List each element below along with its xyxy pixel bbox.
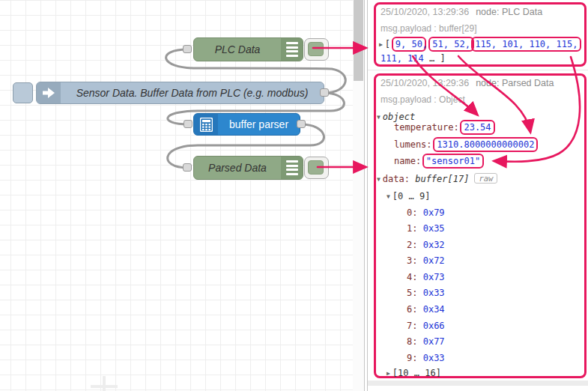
lumens-row: lumens: 1310.8000000000002 [394, 139, 534, 150]
byte-row: 7: 0x66 [407, 321, 445, 331]
byte-row: 5: 0x33 [407, 288, 445, 298]
plc-debug-toggle-knob [308, 42, 324, 56]
expand-caret-icon[interactable]: ▶ [387, 370, 390, 377]
node-buffer-parser[interactable]: buffer parser [193, 113, 300, 136]
parsed-debug-toggle-knob [308, 160, 324, 175]
hl-lumens-value: 1310.8000000000002 [433, 137, 538, 152]
msg1-source-node-link[interactable]: node: PLC Data [476, 7, 542, 17]
byte-row: 3: 0x72 [407, 255, 445, 266]
node-red-window: PLC Data Sensor Data. Buffer Data from P… [0, 0, 588, 391]
scrollbar-thumb[interactable] [354, 0, 363, 81]
canvas-vertical-scrollbar[interactable] [353, 0, 364, 391]
calculator-icon [200, 118, 213, 132]
parsed-debug-input-port[interactable] [183, 163, 192, 172]
collapse-caret-icon[interactable]: ▼ [377, 176, 381, 183]
byte-row: 4: 0x73 [407, 272, 445, 282]
node-plc-data[interactable]: PLC Data [193, 37, 303, 61]
name-row: name: "sensor01" [394, 156, 480, 166]
buffer-type-label: buffer[17] [415, 174, 469, 184]
msg1-property: msg.payload : buffer[29] [381, 23, 477, 34]
inject-output-port[interactable] [320, 88, 329, 97]
byte-row: 2: 0x32 [407, 240, 445, 250]
data-buffer-row: ▼data: buffer[17]raw [377, 173, 497, 184]
inject-button[interactable] [13, 82, 33, 103]
byte-row: 9: 0x33 [407, 353, 445, 363]
byte-range-0-9-row: ▼[0 … 9] [387, 191, 430, 201]
flow-canvas[interactable]: PLC Data Sensor Data. Buffer Data from P… [0, 0, 353, 391]
raw-button[interactable]: raw [474, 173, 497, 184]
hl-bytes-lumens: 51, 52, [428, 37, 474, 52]
debug-sidebar: 25/10/2020, 13:29:36 node: PLC Data msg.… [368, 0, 588, 391]
byte-row: 1: 0x35 [407, 223, 445, 234]
hl-temperature-value: 23.54 [460, 120, 494, 135]
node-parsed-data-label: Parsed Data [208, 162, 267, 174]
plc-debug-enable-toggle[interactable] [304, 38, 329, 61]
node-inject-label: Sensor Data. Buffer Data from PLC (e.g. … [76, 87, 309, 99]
msg1-timestamp: 25/10/2020, 13:29:36 [381, 7, 469, 17]
debug-messages-icon [286, 160, 298, 175]
hl-bytes-name: 115, 101, 110, 115, [471, 37, 581, 52]
byte-range-10-16-row: ▶[10 … 16] [387, 368, 441, 378]
inject-arrow-icon [43, 88, 55, 98]
node-parsed-data[interactable]: Parsed Data [193, 156, 303, 180]
node-sensor-data-inject[interactable]: Sensor Data. Buffer Data from PLC (e.g. … [36, 82, 324, 104]
msg1-buffer-preview-line1: ▶[ 9, 50, 51, 52, 115, 101, 110, 115, [379, 39, 578, 49]
byte-row: 0: 0x79 [407, 207, 445, 218]
message-separator [368, 381, 588, 386]
grid-mark [91, 385, 118, 388]
byte-row: 8: 0x77 [407, 336, 445, 347]
object-root-row: ▼object [377, 112, 415, 122]
collapse-caret-icon[interactable]: ▼ [387, 193, 390, 200]
node-plc-data-label: PLC Data [215, 43, 261, 55]
msg2-source-node-link[interactable]: node: Parsed Data [476, 78, 554, 88]
hl-name-value: "sensor01" [422, 154, 484, 169]
grid-mark [103, 376, 106, 391]
object-root-label: object [383, 112, 415, 122]
collapse-caret-icon[interactable]: ▼ [377, 114, 381, 121]
msg2-timestamp: 25/10/2020, 13:29:36 [381, 78, 469, 88]
byte-row: 6: 0x34 [407, 304, 445, 315]
plc-debug-input-port[interactable] [183, 45, 192, 53]
parsed-debug-enable-toggle[interactable] [304, 157, 329, 179]
msg2-property: msg.payload : Object [381, 94, 465, 105]
node-parser-label: buffer parser [229, 118, 288, 130]
debug-messages-icon [286, 42, 298, 57]
msg1-buffer-preview-line2: 111, 114 … ] [381, 53, 446, 64]
parser-output-port[interactable] [297, 120, 306, 128]
temperature-row: temperature: 23.54 [394, 122, 491, 133]
parser-input-port[interactable] [184, 120, 193, 128]
hl-bytes-temperature: 9, 50 [392, 37, 426, 52]
expand-caret-icon[interactable]: ▶ [379, 41, 383, 48]
message-separator [368, 70, 588, 70]
